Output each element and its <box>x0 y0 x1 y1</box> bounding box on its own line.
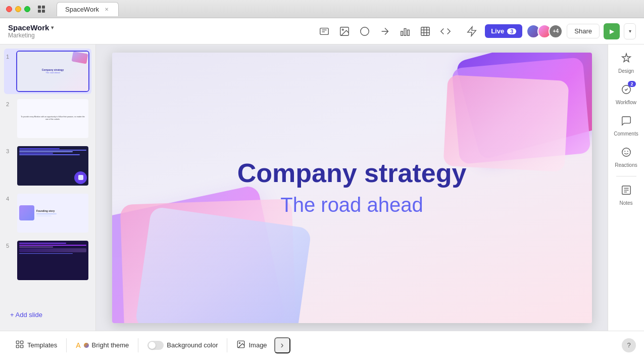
shape-tool[interactable] <box>356 22 374 40</box>
svg-point-20 <box>622 148 630 157</box>
slide-text-area: Company strategy The road ahead <box>237 159 467 216</box>
background-color-button[interactable]: Background color <box>140 337 225 354</box>
svg-marker-18 <box>468 26 476 35</box>
svg-rect-3 <box>42 10 45 13</box>
play-more-button[interactable]: ▾ <box>624 23 636 39</box>
slide-item-2[interactable]: 2 To provide every Mortiion with an oppo… <box>4 96 91 142</box>
svg-point-8 <box>342 29 344 30</box>
reactions-panel-button[interactable]: Reactions <box>612 143 640 172</box>
workflow-icon: 2 <box>621 84 632 98</box>
bottom-divider-3 <box>227 338 227 352</box>
close-button[interactable] <box>6 6 12 12</box>
design-icon <box>621 53 632 66</box>
svg-rect-4 <box>320 28 329 34</box>
slide-item-5[interactable]: 5 <box>4 238 91 283</box>
app-subtitle: Marketing <box>8 32 54 39</box>
app-window: SpaceWork ▾ Marketing <box>0 18 644 359</box>
slide-main-title: Company strategy <box>237 159 467 188</box>
slide-number-2: 2 <box>6 101 13 107</box>
avatar-count: +4 <box>549 24 563 38</box>
workflow-panel-button[interactable]: 2 Workflow <box>612 80 640 109</box>
share-button[interactable]: Share <box>567 24 600 38</box>
background-color-label: Background color <box>167 341 218 349</box>
app-tab[interactable]: SpaceWork ✕ <box>57 2 119 16</box>
canvas-area[interactable]: Company strategy The road ahead <box>96 44 608 331</box>
embed-tool[interactable] <box>436 22 455 40</box>
image-label: Image <box>249 341 267 349</box>
bright-theme-label: Bright theme <box>92 341 129 349</box>
slide-number-3: 3 <box>6 148 13 154</box>
image-button[interactable]: Image <box>229 336 274 355</box>
svg-rect-28 <box>21 341 23 343</box>
slide-item-1[interactable]: 1 Company strategy The road ahead <box>4 49 91 94</box>
minimize-button[interactable] <box>15 6 21 12</box>
reactions-label: Reactions <box>615 162 637 168</box>
more-button[interactable]: › <box>274 337 290 353</box>
svg-rect-10 <box>401 31 403 35</box>
toolbar-icons <box>315 22 455 40</box>
slide-thumb-5 <box>16 240 89 281</box>
maximize-button[interactable] <box>24 6 30 12</box>
bottom-divider-1 <box>66 338 67 352</box>
templates-button[interactable]: Templates <box>8 336 64 355</box>
svg-rect-29 <box>16 345 19 347</box>
svg-rect-27 <box>16 341 19 343</box>
toolbar-right: Live 3 +4 Share ▶ ▾ <box>463 22 636 40</box>
svg-rect-1 <box>42 6 45 9</box>
help-button[interactable]: ? <box>622 338 636 352</box>
comments-label: Comments <box>614 131 638 137</box>
tab-close-button[interactable]: ✕ <box>103 6 110 13</box>
workflow-badge: 2 <box>628 81 635 87</box>
background-color-toggle[interactable] <box>147 341 164 350</box>
notes-panel-button[interactable]: Notes <box>612 181 640 210</box>
slide-canvas: Company strategy The road ahead <box>112 53 592 323</box>
play-button[interactable]: ▶ <box>604 23 620 39</box>
design-panel-button[interactable]: Design <box>612 49 640 78</box>
slide-subtitle: The road ahead <box>237 194 467 216</box>
image-tool[interactable] <box>335 22 354 40</box>
add-slide-button[interactable]: + Add slide <box>4 307 48 323</box>
comments-panel-button[interactable]: Comments <box>612 111 640 141</box>
svg-rect-2 <box>38 10 41 13</box>
slide-number-4: 4 <box>6 196 13 202</box>
design-label: Design <box>618 68 634 74</box>
live-label: Live <box>491 27 504 35</box>
theme-dot <box>84 343 89 348</box>
arrow-tool[interactable] <box>376 22 394 40</box>
thumb1-decoration <box>71 52 88 64</box>
image-icon <box>236 340 245 351</box>
text-box-tool[interactable] <box>315 22 333 40</box>
live-button[interactable]: Live 3 <box>485 24 522 38</box>
app-title-section: SpaceWork ▾ Marketing <box>8 23 54 39</box>
notes-icon <box>621 185 632 198</box>
tab-label: SpaceWork <box>65 6 99 13</box>
bg-color-thumb <box>148 342 156 349</box>
slide-number-5: 5 <box>6 243 13 249</box>
app-name[interactable]: SpaceWork ▾ <box>8 23 54 32</box>
svg-rect-11 <box>404 28 406 35</box>
slide-number-1: 1 <box>6 54 13 60</box>
comments-icon <box>621 115 632 129</box>
right-panel: Design 2 Workflow Comments <box>608 44 644 331</box>
slide-thumb-4: Founding story <box>16 193 89 234</box>
lightning-button[interactable] <box>463 22 481 40</box>
title-bar: SpaceWork ✕ <box>0 0 644 18</box>
bottom-toolbar: Templates A Bright theme Background colo… <box>0 331 644 359</box>
chart-tool[interactable] <box>396 22 414 40</box>
main-toolbar: SpaceWork ▾ Marketing <box>0 18 644 44</box>
traffic-lights <box>6 6 30 12</box>
bright-theme-icon: A <box>76 341 80 349</box>
svg-rect-0 <box>38 6 41 9</box>
window-grid-icon[interactable] <box>34 2 48 16</box>
slide-thumb-1: Company strategy The road ahead <box>16 51 89 92</box>
bottom-divider-2 <box>138 338 138 352</box>
table-tool[interactable] <box>416 22 434 40</box>
workflow-label: Workflow <box>616 100 636 105</box>
slide-item-3[interactable]: 3 <box>4 143 91 189</box>
bright-theme-button[interactable]: A Bright theme <box>69 337 136 353</box>
reactions-icon <box>621 147 632 160</box>
templates-label: Templates <box>27 341 57 349</box>
slide-item-4[interactable]: 4 Founding story <box>4 191 91 236</box>
help-label: ? <box>627 341 630 349</box>
add-slide-section: + Add slide <box>4 303 91 327</box>
